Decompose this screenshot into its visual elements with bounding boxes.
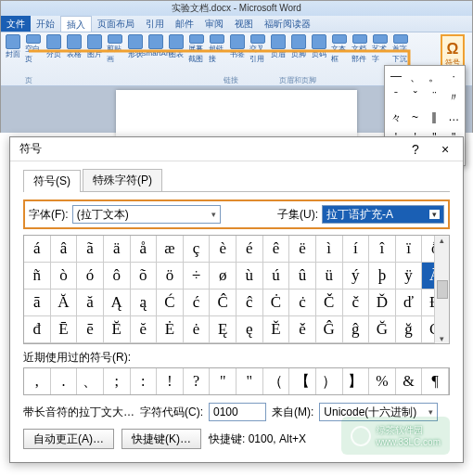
char-cell[interactable]: â <box>51 236 78 263</box>
btn-screenshot[interactable]: 屏幕截图 <box>188 34 205 64</box>
gallery-item[interactable]: ˇ <box>406 88 425 108</box>
scroll-up-icon[interactable]: ▴ <box>440 236 444 245</box>
tab-insert[interactable]: 插入 <box>60 16 92 32</box>
autocorrect-button[interactable]: 自动更正(A)… <box>23 429 114 449</box>
btn-footer[interactable]: 页脚 <box>290 34 307 64</box>
btn-hyperlink[interactable]: 超链接 <box>209 34 225 64</box>
btn-wordart[interactable]: 艺术字 <box>372 34 389 64</box>
char-cell[interactable]: ì <box>316 236 343 263</box>
char-cell[interactable]: ç <box>184 236 211 263</box>
tab-special-chars[interactable]: 特殊字符(P) <box>83 169 162 191</box>
tab-file[interactable]: 文件 <box>1 16 31 32</box>
recent-cell[interactable]: ! <box>157 368 184 394</box>
tab-addin[interactable]: 福昕阅读器 <box>259 16 316 32</box>
char-cell[interactable]: ý <box>343 263 370 289</box>
btn-blank-page[interactable]: 空白页 <box>25 34 42 64</box>
char-cell[interactable]: Ĉ <box>210 289 236 316</box>
char-cell[interactable]: ÿ <box>396 263 423 289</box>
char-cell[interactable]: õ <box>131 263 158 289</box>
btn-page-break[interactable]: 分页 <box>45 34 62 64</box>
recent-cell[interactable]: " <box>236 368 263 394</box>
char-cell[interactable]: ø <box>210 263 236 289</box>
btn-chart[interactable]: 图表 <box>168 34 185 64</box>
btn-smartart[interactable]: SmartArt <box>147 34 164 64</box>
recent-cell[interactable]: ） <box>316 368 343 394</box>
char-cell[interactable]: á <box>24 236 51 263</box>
gallery-item[interactable]: ˉ <box>387 88 405 108</box>
btn-quickparts[interactable]: 文档部件 <box>352 34 368 64</box>
char-cell[interactable]: Ē <box>51 316 78 343</box>
char-cell[interactable]: đ <box>24 316 51 343</box>
tab-layout[interactable]: 页面布局 <box>92 16 140 32</box>
gallery-item[interactable]: ~ <box>406 109 425 128</box>
char-cell[interactable]: ó <box>77 263 104 289</box>
recent-cell[interactable]: 】 <box>343 368 370 394</box>
tab-references[interactable]: 引用 <box>140 16 170 32</box>
scroll-thumb[interactable] <box>437 280 448 299</box>
gallery-item[interactable]: 、 <box>406 68 425 87</box>
char-cell[interactable]: Ĝ <box>316 316 343 343</box>
scroll-down-icon[interactable]: ▾ <box>440 334 444 343</box>
btn-textbox[interactable]: 文本框 <box>331 34 348 64</box>
char-cell[interactable]: Ě <box>263 316 290 343</box>
char-cell[interactable]: ú <box>263 263 290 289</box>
char-cell[interactable]: Ę <box>210 316 236 343</box>
char-cell[interactable]: ö <box>157 263 184 289</box>
recent-cell[interactable]: （ <box>263 368 290 394</box>
char-cell[interactable]: ä <box>104 236 131 263</box>
scrollbar[interactable]: ▴ ▾ <box>434 236 449 343</box>
gallery-item[interactable]: — <box>387 68 405 87</box>
btn-table[interactable]: 表格 <box>66 34 83 64</box>
char-cell[interactable]: æ <box>157 236 184 263</box>
btn-clipart[interactable]: 剪贴画 <box>107 34 123 64</box>
char-cell[interactable]: ñ <box>24 263 51 289</box>
char-cell[interactable]: þ <box>369 263 396 289</box>
char-cell[interactable]: í <box>343 236 370 263</box>
gallery-item[interactable]: · <box>444 68 463 87</box>
char-cell[interactable]: ē <box>77 316 104 343</box>
char-cell[interactable]: ù <box>236 263 263 289</box>
char-cell[interactable]: ā <box>24 289 51 316</box>
recent-cell[interactable]: ¶ <box>422 368 449 394</box>
tab-view[interactable]: 视图 <box>229 16 259 32</box>
recent-cell[interactable]: . <box>51 368 78 394</box>
char-cell[interactable]: ć <box>184 289 211 316</box>
char-cell[interactable]: ô <box>104 263 131 289</box>
tab-mailings[interactable]: 邮件 <box>170 16 199 32</box>
char-cell[interactable]: Ă <box>51 289 78 316</box>
char-cell[interactable]: Ĕ <box>104 316 131 343</box>
char-cell[interactable]: ě <box>289 316 316 343</box>
char-cell[interactable]: ď <box>396 289 423 316</box>
char-cell[interactable]: ã <box>77 236 104 263</box>
btn-dropcap[interactable]: 首字下沉 <box>392 34 409 64</box>
tab-home[interactable]: 开始 <box>31 16 60 32</box>
char-cell[interactable]: Č <box>316 289 343 316</box>
btn-bookmark[interactable]: 书签 <box>229 34 246 64</box>
char-cell[interactable]: û <box>289 263 316 289</box>
recent-cell[interactable]: ; <box>104 368 131 394</box>
subset-dropdown[interactable]: 拉丁语扩充-A ▾ <box>322 205 444 224</box>
btn-header[interactable]: 页眉 <box>270 34 287 64</box>
font-dropdown[interactable]: (拉丁文本) ▾ <box>72 205 221 224</box>
char-cell[interactable]: ĝ <box>343 316 370 343</box>
char-cell[interactable]: ą <box>131 289 158 316</box>
char-cell[interactable]: Ď <box>369 289 396 316</box>
gallery-item[interactable]: 〃 <box>444 88 463 108</box>
btn-pagenum[interactable]: 页码 <box>311 34 327 64</box>
char-cell[interactable]: Ė <box>157 316 184 343</box>
btn-cover[interactable]: 封面 <box>5 34 21 64</box>
gallery-item[interactable]: 々 <box>387 109 405 128</box>
char-cell[interactable]: Ċ <box>263 289 290 316</box>
char-cell[interactable]: ï <box>396 236 423 263</box>
char-cell[interactable]: î <box>369 236 396 263</box>
char-cell[interactable]: ÷ <box>184 263 211 289</box>
recent-cell[interactable]: ? <box>184 368 211 394</box>
help-button[interactable]: ? <box>403 142 428 157</box>
gallery-item[interactable]: … <box>444 109 463 128</box>
char-code-input[interactable]: 0100 <box>209 403 266 421</box>
recent-cell[interactable]: % <box>369 368 396 394</box>
tab-symbols[interactable]: 符号(S) <box>23 170 81 192</box>
char-cell[interactable]: ċ <box>289 289 316 316</box>
btn-picture[interactable]: 图片 <box>86 34 103 64</box>
gallery-item[interactable]: ¨ <box>426 88 444 108</box>
